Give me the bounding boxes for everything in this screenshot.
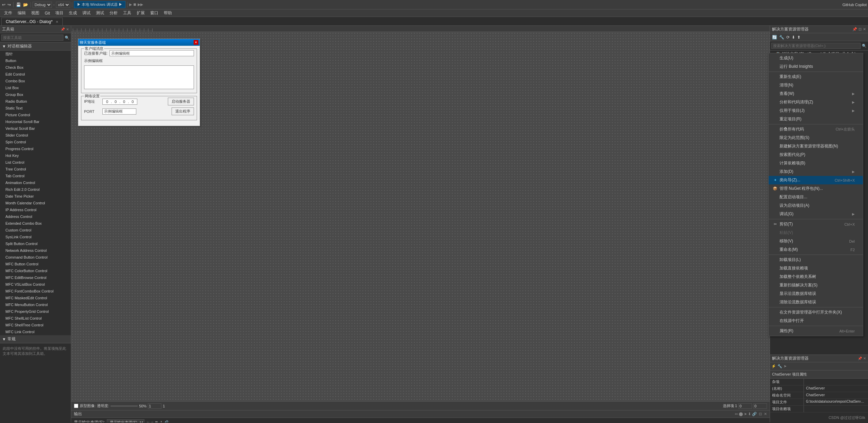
toolbox-item-mfcshelltree[interactable]: MFC ShellTree Control bbox=[0, 322, 71, 328]
output-source-select[interactable]: 显示输出来源(S) bbox=[107, 419, 144, 422]
ctx-item-nuget[interactable]: 📦 管理 NuGet 程序包(N)... bbox=[769, 184, 863, 193]
sol-btn-arrow[interactable]: ⟳ bbox=[786, 34, 790, 40]
toolbox-item-mfclink[interactable]: MFC Link Control bbox=[0, 328, 71, 335]
toolbox-item-editcontrol[interactable]: Edit Control bbox=[0, 71, 71, 78]
solution-close-icon[interactable]: ✕ bbox=[863, 27, 866, 32]
toolbox-item-richedit[interactable]: Rich Edit 2.0 Control bbox=[0, 186, 71, 193]
toolbox-item-mfceditbrowse[interactable]: MFC EditBrowse Control bbox=[0, 274, 71, 281]
menu-tools[interactable]: 工具 bbox=[120, 9, 134, 17]
ctx-item-view[interactable]: 查看(W) ▶ bbox=[769, 89, 863, 98]
toolbox-item-listbox[interactable]: List Box bbox=[0, 84, 71, 91]
ctx-item-generate[interactable]: 生成(U) bbox=[769, 54, 863, 62]
open-icon[interactable]: 📂 bbox=[23, 2, 28, 7]
toolbox-item-mfcfontcombobox[interactable]: MFC FontComboBox Control bbox=[0, 288, 71, 295]
dialog-btn-start[interactable]: 启动服务器 bbox=[168, 98, 194, 105]
prop-pin-icon[interactable]: 📌 bbox=[858, 357, 862, 360]
ctx-item-new-view[interactable]: 新建解决方案资源管理器视图(N) bbox=[769, 142, 863, 150]
ctx-item-open-online[interactable]: 在线源中打开 bbox=[769, 317, 863, 325]
toolbox-item-splitbutton[interactable]: Split Button Control bbox=[0, 240, 71, 247]
output-resize-icon[interactable]: ⊡ bbox=[759, 412, 762, 416]
toolbox-item-vscrollbar[interactable]: Vertical Scroll Bar bbox=[0, 125, 71, 132]
undo-icon[interactable]: ↩ bbox=[2, 2, 5, 7]
toolbox-item-mfcmenubutton[interactable]: MFC MenuButton Control bbox=[0, 301, 71, 308]
toolbox-item-combobox[interactable]: Combo Box bbox=[0, 78, 71, 84]
ctx-item-clean[interactable]: 清理(N) bbox=[769, 81, 863, 89]
ctx-item-rebuild[interactable]: 重新生成(E) bbox=[769, 73, 863, 81]
dialog-btn-quit[interactable]: 退出程序 bbox=[172, 107, 194, 115]
opacity-value-input[interactable] bbox=[148, 403, 161, 409]
prop-close-icon[interactable]: ✕ bbox=[863, 357, 866, 360]
ctx-item-add[interactable]: 添加(D) ▶ bbox=[769, 167, 863, 176]
toolbox-item-commandbutton[interactable]: Command Button Control bbox=[0, 254, 71, 261]
toolbox-item-listcontrol[interactable]: List Control bbox=[0, 159, 71, 166]
menu-debug[interactable]: 调试 bbox=[80, 9, 93, 17]
ctx-item-class-wizard[interactable]: ✦ 类向导(Z)... Ctrl+Shift+X bbox=[769, 176, 863, 184]
toolbox-item-checkbox[interactable]: Check Box bbox=[0, 64, 71, 71]
menu-help[interactable]: 帮助 bbox=[161, 9, 175, 17]
toolbox-item-ipaddress[interactable]: IP Address Control bbox=[0, 206, 71, 213]
toolbox-pin-icon[interactable]: 📌 bbox=[61, 27, 65, 31]
tab-dialog-close[interactable]: ✕ bbox=[56, 20, 58, 24]
toolbox-item-radiobutton[interactable]: Radio Button bbox=[0, 98, 71, 105]
ctx-item-rename[interactable]: 重命名(M) F2 bbox=[769, 245, 863, 254]
ctx-item-scope[interactable]: 限定为此范围(S) bbox=[769, 134, 863, 142]
ip-octet-3[interactable] bbox=[120, 100, 128, 104]
solution-resize-icon[interactable]: ⊡ bbox=[859, 27, 862, 32]
config-select[interactable]: Debug bbox=[33, 2, 52, 8]
solution-pin-icon[interactable]: 📌 bbox=[852, 27, 857, 32]
sol-btn-filter[interactable]: 🔧 bbox=[778, 34, 785, 40]
menu-analyze[interactable]: 分析 bbox=[107, 9, 120, 17]
dialog-textarea-messages[interactable] bbox=[84, 65, 194, 89]
menu-project[interactable]: 项目 bbox=[53, 9, 66, 17]
solution-search-input[interactable] bbox=[771, 43, 861, 49]
toolbox-item-animation[interactable]: Animation Control bbox=[0, 179, 71, 186]
ctx-item-unload[interactable]: 卸载项目(L) bbox=[769, 256, 863, 264]
toolbox-section-dialogs-header[interactable]: ▼ 对话框编辑器 bbox=[0, 42, 71, 51]
toolbox-item-slider[interactable]: Slider Control bbox=[0, 132, 71, 139]
ip-octet-1[interactable] bbox=[103, 100, 111, 104]
toolbox-item-monthcalendar[interactable]: Month Calendar Control bbox=[0, 200, 71, 206]
ctx-item-debug[interactable]: 调试(G) ▶ bbox=[769, 210, 863, 218]
output-close-icon[interactable]: ✕ bbox=[764, 412, 767, 416]
ctx-item-set-startup[interactable]: 设为启动项目(A) bbox=[769, 201, 863, 210]
toolbox-section-general-header[interactable]: ▼ 常规 bbox=[0, 335, 71, 343]
menu-extensions[interactable]: 扩展 bbox=[134, 9, 147, 17]
dialog-ip-input[interactable]: . . . bbox=[102, 99, 137, 105]
toolbox-item-progress[interactable]: Progress Control bbox=[0, 145, 71, 152]
toolbox-item-spin[interactable]: Spin Control bbox=[0, 139, 71, 145]
toolbox-item-mfcpropertygrid[interactable]: MFC PropertyGrid Control bbox=[0, 308, 71, 315]
ip-octet-2[interactable] bbox=[112, 100, 119, 104]
toolbox-item-pointer[interactable]: 指针 bbox=[0, 51, 71, 57]
ctx-item-build-insights[interactable]: 运行 Build Insights bbox=[769, 62, 863, 71]
toolbox-item-syslink[interactable]: SysLink Control bbox=[0, 234, 71, 240]
solution-search-icon[interactable]: 🔍 bbox=[862, 44, 867, 48]
ctx-item-diagram[interactable]: 按索图代化(P) bbox=[769, 150, 863, 159]
menu-view[interactable]: 视图 bbox=[28, 9, 42, 17]
menu-test[interactable]: 测试 bbox=[93, 9, 107, 17]
ctx-item-project-only[interactable]: 仅用于项目(J) ▶ bbox=[769, 106, 863, 115]
sol-btn-collapse[interactable]: ⬆ bbox=[796, 34, 801, 40]
toolbox-item-custom[interactable]: Custom Control bbox=[0, 227, 71, 234]
ctx-item-show-db-errors[interactable]: 显示沿流数据库错误 bbox=[769, 289, 863, 298]
dialog-input-connected[interactable] bbox=[110, 50, 194, 56]
prototype-image-checkbox[interactable] bbox=[74, 404, 78, 408]
toolbox-item-address[interactable]: Address Control bbox=[0, 213, 71, 220]
toolbox-item-groupbox[interactable]: Group Box bbox=[0, 91, 71, 98]
toolbox-item-datetimepicker[interactable]: Date Time Picker bbox=[0, 193, 71, 200]
run-button[interactable]: ▶ 本地 Windows 调试器 ▶ bbox=[74, 1, 125, 8]
ip-octet-4[interactable] bbox=[129, 100, 136, 104]
pos-y-input[interactable] bbox=[753, 403, 767, 409]
ctx-item-remove[interactable]: 移除(V) Del bbox=[769, 237, 863, 245]
sol-btn-expand[interactable]: ⬇ bbox=[791, 34, 796, 40]
ctx-item-open-folder[interactable]: 在文件资源管理器中打开文件夹(X) bbox=[769, 308, 863, 317]
save-icon[interactable]: 💾 bbox=[16, 2, 21, 7]
toolbox-item-treecontrol[interactable]: Tree Control bbox=[0, 166, 71, 173]
sol-btn-sync[interactable]: 🔄 bbox=[771, 34, 778, 40]
menu-build[interactable]: 生成 bbox=[66, 9, 80, 17]
toolbox-item-mfcshelllist[interactable]: MFC ShellList Control bbox=[0, 315, 71, 322]
toolbox-item-mfcvslistbox[interactable]: MFC VSListBox Control bbox=[0, 281, 71, 288]
redo-icon[interactable]: ↪ bbox=[7, 2, 11, 7]
ctx-item-retarget[interactable]: 重定项目(R) bbox=[769, 115, 863, 123]
ctx-item-clear-db-errors[interactable]: 清除沿流数据库错误 bbox=[769, 298, 863, 306]
ctx-item-load-direct[interactable]: 加载直接依赖项 bbox=[769, 264, 863, 273]
